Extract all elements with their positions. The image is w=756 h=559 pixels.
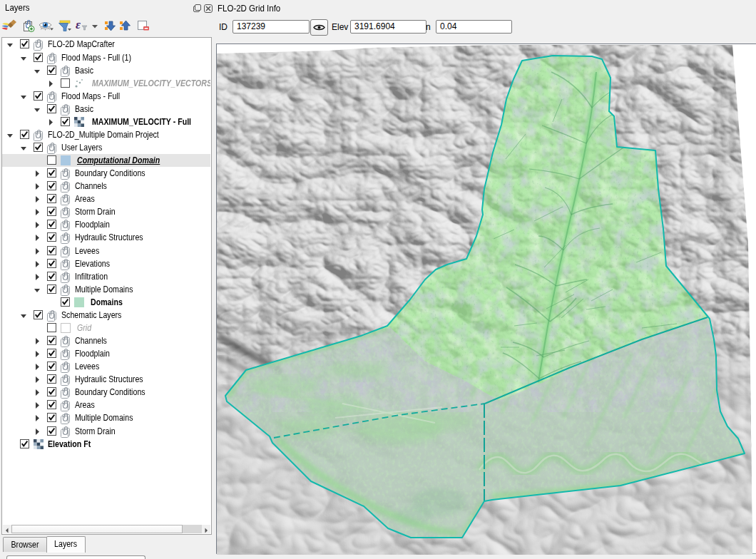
svg-text:ε: ε (76, 19, 81, 31)
